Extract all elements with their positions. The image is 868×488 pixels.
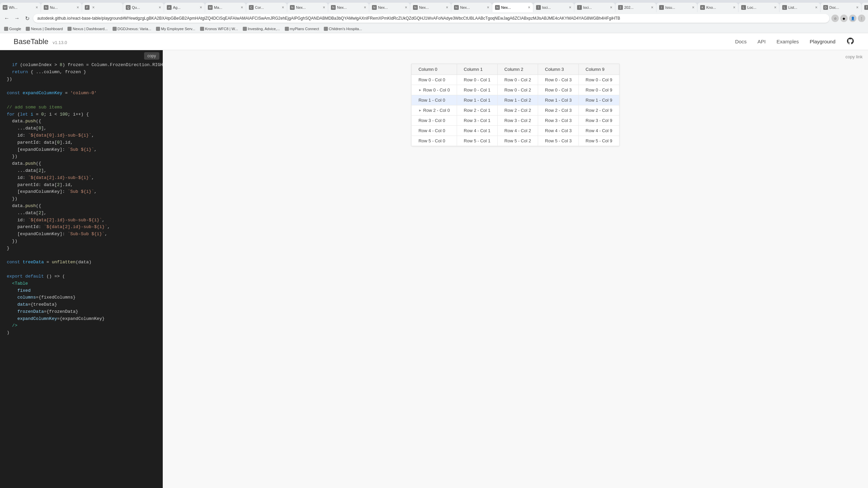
- copy-link-button[interactable]: copy link: [845, 54, 863, 59]
- bookmark-item[interactable]: Google: [3, 26, 22, 32]
- bookmark-item[interactable]: Nexus | Dashboard: [24, 26, 64, 32]
- bookmark-item[interactable]: DGDJnexus: Varia...: [111, 26, 153, 32]
- browser-tab[interactable]: DDoc...×: [821, 3, 861, 12]
- tab-title: Ma...: [214, 5, 239, 9]
- tab-close-icon[interactable]: ×: [815, 5, 817, 10]
- tab-close-icon[interactable]: ×: [282, 5, 284, 10]
- table-cell-r0-c0: Row 0 - Col 0: [412, 75, 457, 85]
- browser-tab[interactable]: NNu...×: [41, 3, 82, 12]
- bookmark-favicon: [324, 27, 328, 31]
- tab-close-icon[interactable]: ×: [651, 5, 653, 10]
- bookmark-button[interactable]: ☆: [831, 15, 839, 22]
- expand-icon[interactable]: ►: [418, 108, 422, 112]
- browser-chrome: WWh...×NNu...×F×QQu...×AAg...×MMa...×CCo…: [0, 0, 868, 33]
- table-cell-r4-c3: Row 3 - Col 3: [538, 116, 579, 126]
- bookmark-item[interactable]: Investing, Advice,...: [241, 26, 281, 32]
- tab-close-icon[interactable]: ×: [159, 5, 161, 10]
- table-cell-r2-c4: Row 1 - Col 9: [579, 95, 619, 105]
- table-cell-r0-c4: Row 0 - Col 9: [579, 75, 619, 85]
- browser-tab[interactable]: F×: [82, 3, 123, 12]
- browser-tab[interactable]: QQu...×: [123, 3, 164, 12]
- tab-close-icon[interactable]: ×: [569, 5, 571, 10]
- bookmarks-bar: GoogleNexus | DashboardNexus | Dashboard…: [0, 24, 868, 33]
- tab-close-icon[interactable]: ×: [487, 5, 489, 10]
- browser-tab[interactable]: MMa...×: [205, 3, 246, 12]
- tab-title: Kno...: [706, 5, 732, 9]
- copy-button[interactable]: copy: [144, 52, 159, 60]
- forward-button[interactable]: →: [13, 14, 21, 22]
- back-button[interactable]: ←: [3, 14, 11, 22]
- bookmark-favicon: [113, 27, 117, 31]
- browser-tab[interactable]: lloci...×: [574, 3, 615, 12]
- table-cell-r0-c3: Row 0 - Col 3: [538, 75, 579, 85]
- nav-link-docs[interactable]: Docs: [735, 39, 747, 44]
- browser-tab[interactable]: NNex...×: [492, 3, 533, 12]
- browser-tab[interactable]: NNex...×: [410, 3, 451, 12]
- tab-close-icon[interactable]: ×: [774, 5, 776, 10]
- nav-link-api[interactable]: API: [757, 39, 766, 44]
- table-row[interactable]: Row 3 - Col 0Row 3 - Col 1Row 3 - Col 2R…: [412, 116, 619, 126]
- address-input[interactable]: [33, 14, 829, 23]
- browser-tab[interactable]: KKno...×: [697, 3, 738, 12]
- bookmark-item[interactable]: myPlans Connect: [283, 26, 320, 32]
- browser-tab[interactable]: IIssu...×: [656, 3, 697, 12]
- github-link[interactable]: [846, 37, 854, 46]
- extensions-button[interactable]: ◆: [840, 15, 848, 22]
- browser-tab[interactable]: lloci...×: [533, 3, 574, 12]
- bookmark-label: Kronos WFC8 | W...: [205, 27, 238, 31]
- tab-close-icon[interactable]: ×: [92, 5, 95, 10]
- table-row[interactable]: Row 1 - Col 0Row 1 - Col 1Row 1 - Col 2R…: [412, 95, 619, 105]
- browser-tab[interactable]: ffeat...×: [862, 3, 868, 12]
- preview-panel: copy link Column 0 Column 1 Column 2 Col…: [163, 50, 868, 488]
- nav-link-examples[interactable]: Examples: [776, 39, 799, 44]
- browser-tab[interactable]: CCor...×: [246, 3, 287, 12]
- table-row[interactable]: ►Row 2 - Col 0Row 2 - Col 1Row 2 - Col 2…: [412, 105, 619, 116]
- tab-title: Nex...: [337, 5, 362, 9]
- tab-close-icon[interactable]: ×: [364, 5, 366, 10]
- browser-tab[interactable]: LList...×: [780, 3, 820, 12]
- browser-tab[interactable]: 2202...×: [615, 3, 656, 12]
- tab-close-icon[interactable]: ×: [610, 5, 612, 10]
- browser-tab[interactable]: NNex...×: [287, 3, 328, 12]
- tab-close-icon[interactable]: ×: [200, 5, 202, 10]
- main-content: copy if (columnIndex > 8) frozen = Colum…: [0, 50, 868, 488]
- bookmark-label: DGDJnexus: Varia...: [118, 27, 151, 31]
- tab-close-icon[interactable]: ×: [856, 5, 859, 10]
- bookmark-label: myPlans Connect: [290, 27, 319, 31]
- browser-tab[interactable]: NNex...×: [451, 3, 492, 12]
- bookmark-item[interactable]: Kronos WFC8 | W...: [199, 26, 239, 32]
- table-row[interactable]: Row 5 - Col 0Row 5 - Col 1Row 5 - Col 2R…: [412, 136, 619, 146]
- table-row[interactable]: Row 0 - Col 0Row 0 - Col 1Row 0 - Col 2R…: [412, 75, 619, 85]
- tab-close-icon[interactable]: ×: [323, 5, 325, 10]
- reload-button[interactable]: ↻: [23, 14, 31, 22]
- expand-icon[interactable]: ►: [418, 88, 422, 92]
- tab-favicon: Q: [126, 5, 131, 10]
- tab-close-icon[interactable]: ×: [446, 5, 448, 10]
- browser-tab[interactable]: LLoc...×: [738, 3, 779, 12]
- tab-favicon: f: [864, 5, 868, 10]
- tab-title: Cor...: [255, 5, 280, 9]
- table-cell-r2-c1: Row 1 - Col 1: [457, 95, 497, 105]
- tab-title: Nex...: [296, 5, 321, 9]
- tab-close-icon[interactable]: ×: [528, 5, 530, 10]
- bookmark-item[interactable]: My Employee Serv...: [155, 26, 197, 32]
- table-row[interactable]: ►Row 0 - Col 0Row 0 - Col 1Row 0 - Col 2…: [412, 85, 619, 95]
- tab-close-icon[interactable]: ×: [405, 5, 407, 10]
- tab-close-icon[interactable]: ×: [241, 5, 243, 10]
- tab-close-icon[interactable]: ×: [77, 5, 79, 10]
- browser-tab[interactable]: WWh...×: [0, 3, 41, 12]
- bookmark-item[interactable]: Children's Hospita...: [322, 26, 363, 32]
- menu-button[interactable]: ⋮: [858, 15, 865, 22]
- table-header: Column 0 Column 1 Column 2 Column 3 Colu…: [412, 64, 619, 75]
- browser-tab[interactable]: NNex...×: [369, 3, 410, 12]
- tab-close-icon[interactable]: ×: [733, 5, 735, 10]
- tab-close-icon[interactable]: ×: [692, 5, 694, 10]
- table-row[interactable]: Row 4 - Col 0Row 4 - Col 1Row 4 - Col 2R…: [412, 126, 619, 136]
- nav-link-playground[interactable]: Playground: [810, 39, 835, 44]
- browser-tab[interactable]: AAg...×: [164, 3, 205, 12]
- browser-tab[interactable]: NNex...×: [328, 3, 369, 12]
- tab-favicon: K: [700, 5, 705, 10]
- bookmark-item[interactable]: Nexus | Dashboard...: [66, 26, 109, 32]
- profile-button[interactable]: 👤: [849, 15, 856, 22]
- tab-close-icon[interactable]: ×: [36, 5, 38, 10]
